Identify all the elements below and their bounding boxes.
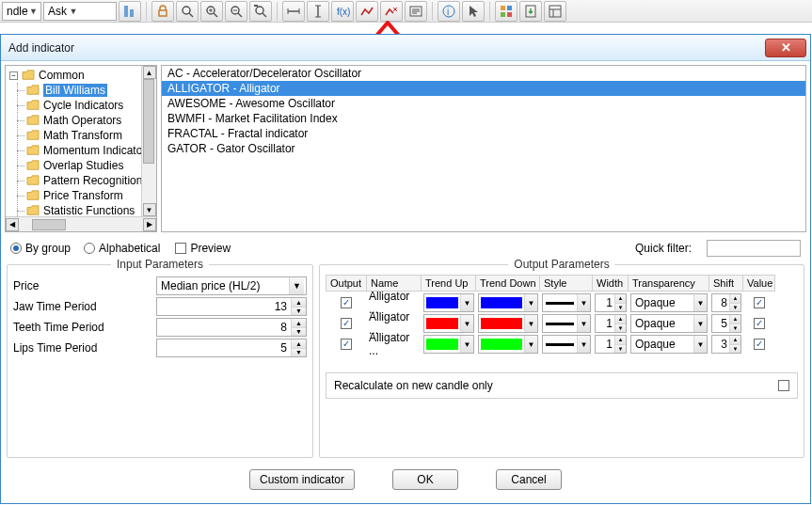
toolbar-btn-1[interactable] <box>119 1 141 22</box>
indicator-list-item[interactable]: GATOR - Gator Oscillator <box>162 141 805 156</box>
lips-period-input[interactable]: 5▲▼ <box>156 339 307 357</box>
layout-button[interactable] <box>544 1 566 22</box>
spin-up-icon[interactable]: ▲ <box>615 315 626 324</box>
tree-item[interactable]: Pattern Recognition <box>26 173 156 188</box>
width-input[interactable]: 1▲▼ <box>595 293 627 312</box>
spin-up-icon[interactable]: ▲ <box>615 294 626 304</box>
lock-button[interactable] <box>151 1 174 22</box>
radio-by-group[interactable]: By group <box>10 242 71 255</box>
close-button[interactable]: ✕ <box>765 39 806 57</box>
jaw-period-input[interactable]: 13▲▼ <box>156 297 307 316</box>
value-checkbox[interactable] <box>754 297 765 308</box>
spin-up-icon[interactable]: ▲ <box>730 294 740 304</box>
teeth-period-input[interactable]: 8▲▼ <box>156 318 307 337</box>
ok-button[interactable]: OK <box>392 469 458 490</box>
output-enable-checkbox[interactable] <box>341 339 352 350</box>
trend-down-color[interactable]: ▼ <box>478 335 538 354</box>
spin-up-icon[interactable]: ▲ <box>730 315 740 324</box>
spin-down-icon[interactable]: ▼ <box>292 328 306 337</box>
spin-up-icon[interactable]: ▲ <box>730 336 740 345</box>
tree-item[interactable]: Statistic Functions <box>26 203 156 216</box>
indicator-list-item[interactable]: AC - Accelerator/Decelerator Oscillator <box>162 66 805 81</box>
spin-up-icon[interactable]: ▲ <box>615 336 626 345</box>
transparency-combo[interactable]: Opaque▼ <box>630 314 708 333</box>
spin-up-icon[interactable]: ▲ <box>292 339 306 349</box>
shift-input[interactable]: 3▲▼ <box>711 335 741 354</box>
width-input[interactable]: 1▲▼ <box>595 335 627 354</box>
spin-down-icon[interactable]: ▼ <box>730 345 740 354</box>
zoom-out-button[interactable] <box>225 1 247 22</box>
v-layout-button[interactable] <box>307 1 329 22</box>
indicator-list-item[interactable]: ALLIGATOR - Alligator <box>162 81 805 96</box>
spin-down-icon[interactable]: ▼ <box>730 304 740 312</box>
trend-up-color[interactable]: ▼ <box>423 293 474 312</box>
cancel-button[interactable]: Cancel <box>496 469 562 490</box>
tree-item[interactable]: Math Transform <box>26 128 156 143</box>
cursor-button[interactable] <box>462 1 485 22</box>
zoom-fit-button[interactable] <box>249 1 272 22</box>
line-style-combo[interactable]: ▼ <box>542 293 591 312</box>
trend-up-color[interactable]: ▼ <box>423 314 474 333</box>
overlay-button[interactable] <box>356 1 378 22</box>
text-button[interactable] <box>405 1 427 22</box>
h-layout-button[interactable] <box>282 1 305 22</box>
info-button[interactable]: i <box>438 1 460 22</box>
trend-up-color[interactable]: ▼ <box>423 335 474 354</box>
spin-down-icon[interactable]: ▼ <box>730 324 740 333</box>
output-enable-checkbox[interactable] <box>341 297 352 308</box>
chart-type-combo[interactable]: ndle▼ <box>2 2 41 21</box>
custom-indicator-button[interactable]: Custom indicator <box>249 469 355 490</box>
transparency-combo[interactable]: Opaque▼ <box>630 293 708 312</box>
function-button[interactable]: f(x) <box>331 1 354 22</box>
radio-alphabetical[interactable]: Alphabetical <box>84 242 160 255</box>
tree-item[interactable]: Momentum Indicators <box>26 143 156 158</box>
zoom-in-button[interactable] <box>200 1 223 22</box>
transparency-combo[interactable]: Opaque▼ <box>630 335 708 354</box>
tree-item[interactable]: Cycle Indicators <box>26 98 156 113</box>
scroll-down-icon[interactable]: ▼ <box>143 203 156 216</box>
tree-item-label: Cycle Indicators <box>43 99 123 112</box>
export-button[interactable] <box>519 1 542 22</box>
tree-item[interactable]: Math Operators <box>26 113 156 128</box>
quick-filter-input[interactable] <box>707 240 801 257</box>
line-style-combo[interactable]: ▼ <box>542 314 591 333</box>
scroll-left-icon[interactable]: ◀ <box>6 218 19 231</box>
trend-down-color[interactable]: ▼ <box>478 293 538 312</box>
collapse-icon[interactable]: − <box>9 71 18 80</box>
spin-down-icon[interactable]: ▼ <box>615 324 626 333</box>
remove-button[interactable] <box>380 1 403 22</box>
tree-item[interactable]: Price Transform <box>26 188 156 203</box>
spin-down-icon[interactable]: ▼ <box>615 304 626 312</box>
scroll-thumb[interactable] <box>143 79 154 164</box>
zoom-button[interactable] <box>176 1 199 22</box>
scroll-right-icon[interactable]: ▶ <box>143 218 156 231</box>
spin-down-icon[interactable]: ▼ <box>615 345 626 354</box>
spin-up-icon[interactable]: ▲ <box>292 298 306 308</box>
scroll-up-icon[interactable]: ▲ <box>143 66 156 79</box>
price-combo[interactable]: Median price (HL/2)▼ <box>156 276 307 295</box>
output-enable-checkbox[interactable] <box>341 318 352 329</box>
tree-item[interactable]: Overlap Studies <box>26 158 156 173</box>
spin-down-icon[interactable]: ▼ <box>292 308 306 316</box>
value-checkbox[interactable] <box>754 339 765 350</box>
tree-vscrollbar[interactable]: ▲ ▼ <box>141 66 156 216</box>
tree-root-folder[interactable]: − Common <box>9 68 156 83</box>
grid-button[interactable] <box>495 1 517 22</box>
line-style-combo[interactable]: ▼ <box>542 335 591 354</box>
indicator-list-item[interactable]: BWMFI - Market Facilitation Index <box>162 111 805 126</box>
shift-input[interactable]: 5▲▼ <box>711 314 741 333</box>
indicator-list-item[interactable]: FRACTAL - Fractal indicator <box>162 126 805 141</box>
recalc-checkbox[interactable] <box>778 380 789 391</box>
tree-hscrollbar[interactable]: ◀ ▶ <box>6 216 156 231</box>
trend-down-color[interactable]: ▼ <box>478 314 538 333</box>
spin-up-icon[interactable]: ▲ <box>292 319 306 328</box>
indicator-list-item[interactable]: AWESOME - Awesome Oscillator <box>162 96 805 111</box>
scroll-thumb[interactable] <box>32 219 66 230</box>
preview-checkbox[interactable]: Preview <box>175 242 231 255</box>
price-combo[interactable]: Ask▼ <box>43 2 117 21</box>
tree-item[interactable]: Bill Williams <box>26 83 156 98</box>
shift-input[interactable]: 8▲▼ <box>711 293 741 312</box>
width-input[interactable]: 1▲▼ <box>595 314 627 333</box>
spin-down-icon[interactable]: ▼ <box>292 349 306 357</box>
value-checkbox[interactable] <box>754 318 765 329</box>
